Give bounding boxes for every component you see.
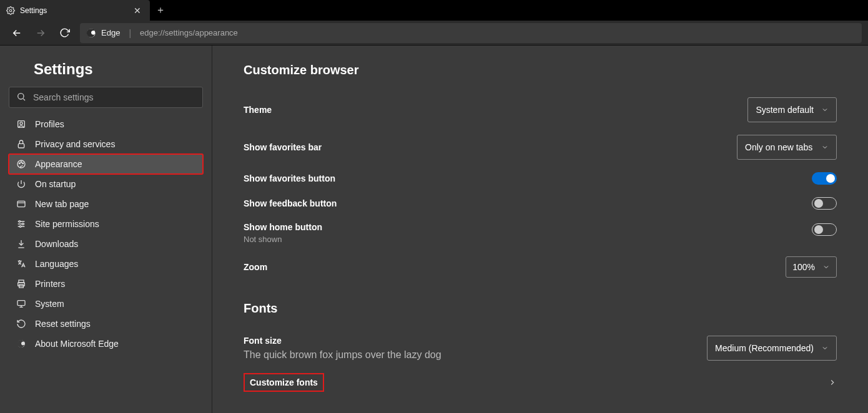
svg-point-7 — [19, 163, 20, 164]
language-icon — [16, 259, 26, 269]
svg-point-9 — [22, 163, 24, 164]
sidebar-item-appearance[interactable]: Appearance — [9, 154, 203, 174]
gear-icon — [6, 6, 15, 15]
sidebar-item-label: Reset settings — [35, 319, 91, 329]
reset-icon — [16, 319, 26, 329]
chevron-down-icon — [821, 344, 829, 352]
sidebar-item-label: Privacy and services — [35, 139, 115, 149]
close-icon[interactable]: ✕ — [131, 5, 144, 16]
fav-button-toggle[interactable] — [812, 172, 837, 185]
svg-point-13 — [19, 226, 21, 228]
sidebar-item-label: On startup — [35, 179, 76, 189]
search-input[interactable] — [9, 87, 203, 108]
chevron-down-icon — [821, 106, 829, 114]
row-feedback-button: Show feedback button — [244, 191, 837, 216]
edge-logo-icon — [86, 28, 96, 38]
window-icon — [16, 199, 26, 209]
sidebar-item-label: Profiles — [35, 119, 64, 129]
customize-fonts-label: Customize fonts — [250, 377, 318, 387]
sidebar-item-label: Languages — [35, 259, 78, 269]
feedback-label: Show feedback button — [244, 198, 337, 208]
svg-rect-5 — [18, 143, 24, 148]
tab-title: Settings — [20, 6, 47, 15]
lock-icon — [16, 139, 26, 149]
sidebar-item-languages[interactable]: Languages — [9, 254, 203, 274]
sidebar-item-privacy[interactable]: Privacy and services — [9, 134, 203, 154]
sidebar-item-label: About Microsoft Edge — [35, 339, 119, 349]
theme-label: Theme — [244, 105, 272, 115]
fav-bar-label: Show favorites bar — [244, 142, 322, 152]
forward-button[interactable] — [30, 22, 51, 44]
svg-point-2 — [18, 94, 24, 99]
svg-point-8 — [21, 162, 22, 163]
sidebar-item-label: Site permissions — [35, 219, 99, 229]
select-value: 100% — [792, 262, 815, 272]
select-value: Medium (Recommended) — [715, 343, 814, 353]
font-sample-text: The quick brown fox jumps over the lazy … — [244, 349, 441, 361]
refresh-button[interactable] — [54, 22, 75, 44]
home-toggle[interactable] — [812, 223, 837, 236]
row-favorites-button: Show favorites button — [244, 166, 837, 191]
section-customize-title: Customize browser — [244, 63, 837, 77]
select-value: System default — [756, 105, 814, 115]
printer-icon — [16, 279, 26, 289]
sliders-icon — [16, 219, 26, 229]
download-icon — [16, 239, 26, 249]
fav-bar-select[interactable]: Only on new tabs — [737, 135, 837, 160]
home-label: Show home button — [244, 222, 322, 232]
settings-search — [9, 87, 203, 108]
sidebar-item-label: Appearance — [35, 159, 82, 169]
chevron-right-icon — [828, 378, 837, 387]
settings-nav: Profiles Privacy and services Appearance… — [9, 114, 203, 354]
sidebar-item-label: System — [35, 299, 64, 309]
svg-point-12 — [22, 223, 24, 225]
sidebar-item-permissions[interactable]: Site permissions — [9, 214, 203, 234]
sidebar-item-printers[interactable]: Printers — [9, 274, 203, 294]
person-icon — [16, 119, 26, 129]
svg-rect-17 — [17, 301, 25, 306]
chevron-down-icon — [821, 143, 829, 151]
sidebar-item-reset[interactable]: Reset settings — [9, 314, 203, 334]
browser-toolbar: Edge | edge://settings/appearance — [0, 21, 868, 46]
zoom-select[interactable]: 100% — [786, 256, 837, 278]
address-bar[interactable]: Edge | edge://settings/appearance — [80, 23, 862, 43]
new-tab-button[interactable]: ＋ — [150, 0, 170, 21]
paint-icon — [16, 159, 26, 169]
theme-select[interactable]: System default — [747, 97, 837, 122]
home-sublabel: Not shown — [244, 235, 322, 244]
sidebar-item-label: Downloads — [35, 239, 78, 249]
settings-main: Customize browser Theme System default S… — [212, 46, 868, 413]
feedback-toggle[interactable] — [812, 197, 837, 210]
svg-point-4 — [20, 122, 22, 125]
sidebar-item-downloads[interactable]: Downloads — [9, 234, 203, 254]
row-font-size: Font size The quick brown fox jumps over… — [244, 329, 837, 367]
monitor-icon — [16, 299, 26, 309]
sidebar-item-profiles[interactable]: Profiles — [9, 114, 203, 134]
sidebar-item-about[interactable]: About Microsoft Edge — [9, 334, 203, 354]
sidebar-item-system[interactable]: System — [9, 294, 203, 314]
back-button[interactable] — [6, 22, 27, 44]
chevron-down-icon — [822, 263, 830, 271]
svg-point-0 — [9, 9, 12, 12]
row-customize-fonts[interactable]: Customize fonts — [244, 367, 837, 398]
svg-point-11 — [19, 221, 21, 223]
edge-icon — [16, 339, 26, 349]
tab-strip: Settings ✕ ＋ — [0, 0, 868, 21]
zoom-label: Zoom — [244, 262, 267, 272]
sidebar-item-newtab[interactable]: New tab page — [9, 194, 203, 214]
address-url: edge://settings/appearance — [140, 28, 238, 37]
row-favorites-bar: Show favorites bar Only on new tabs — [244, 129, 837, 166]
browser-tab-settings[interactable]: Settings ✕ — [0, 0, 150, 21]
sidebar-item-startup[interactable]: On startup — [9, 174, 203, 194]
row-theme: Theme System default — [244, 91, 837, 129]
search-icon — [16, 92, 26, 102]
settings-sidebar: Settings Profiles Privacy and services A… — [0, 46, 212, 413]
customize-fonts-highlight: Customize fonts — [244, 373, 324, 392]
sidebar-item-label: New tab page — [35, 199, 89, 209]
font-size-label: Font size — [244, 336, 441, 346]
select-value: Only on new tabs — [745, 142, 812, 152]
fav-button-label: Show favorites button — [244, 173, 335, 183]
row-home-button: Show home button Not shown — [244, 216, 837, 250]
address-identity: Edge — [101, 28, 120, 37]
font-size-select[interactable]: Medium (Recommended) — [707, 336, 837, 361]
